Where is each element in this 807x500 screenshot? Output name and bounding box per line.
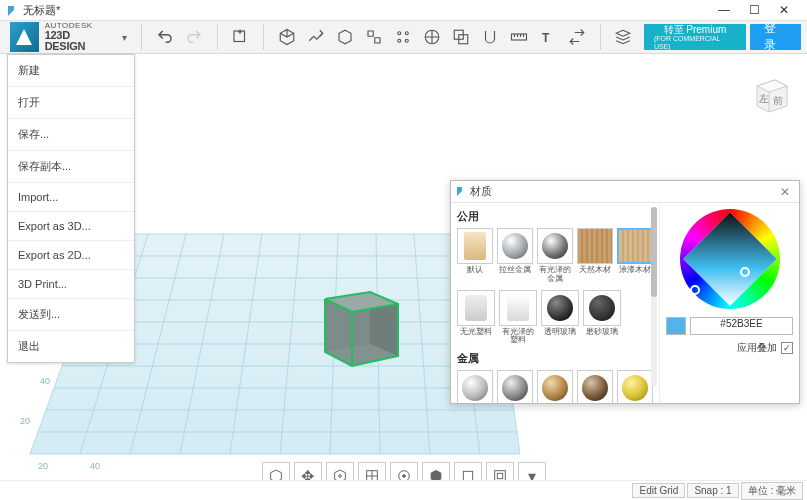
hue-marker-icon[interactable] — [690, 285, 700, 295]
category-metal: 金属 — [457, 351, 653, 366]
svg-point-7 — [405, 39, 408, 42]
color-hex-input[interactable]: #52B3EE — [690, 317, 793, 335]
menu-exit[interactable]: 退出 — [8, 331, 134, 362]
material-list[interactable]: 公用 默认 拉丝金属 有光泽的金属 天然木材 涂漆木材 — [451, 203, 659, 403]
combine-button[interactable] — [448, 24, 474, 50]
premium-label-1: 转至 Premium — [664, 24, 727, 35]
material-glossy-plastic[interactable] — [499, 290, 537, 326]
material-metal-3[interactable] — [537, 370, 573, 403]
primitive-cube-button[interactable] — [274, 24, 300, 50]
svg-rect-1 — [234, 31, 245, 42]
svg-point-57 — [338, 475, 341, 478]
text-button[interactable]: T — [535, 24, 561, 50]
material-metal-4[interactable] — [577, 370, 613, 403]
modify-button[interactable] — [361, 24, 387, 50]
color-preview — [666, 317, 686, 335]
material-panel-title: 材质 — [470, 184, 492, 199]
apply-overlay-checkbox[interactable]: ✓ — [781, 342, 793, 354]
material-glossy-metal[interactable] — [537, 228, 573, 264]
material-metal-2[interactable] — [497, 370, 533, 403]
undo-button[interactable] — [152, 24, 178, 50]
svg-marker-0 — [16, 29, 32, 45]
material-panel-close-icon[interactable]: ✕ — [777, 185, 793, 199]
chevron-down-icon: ▾ — [122, 32, 127, 43]
material-default[interactable] — [457, 228, 493, 264]
svg-text:T: T — [542, 31, 550, 45]
premium-label-2: (FOR COMMERCIAL USE) — [654, 35, 736, 50]
menu-import[interactable]: Import... — [8, 183, 134, 212]
edit-grid-button[interactable]: Edit Grid — [632, 483, 685, 498]
login-button[interactable]: 登录 — [750, 24, 801, 50]
svg-text:前: 前 — [773, 95, 783, 106]
construct-button[interactable] — [332, 24, 358, 50]
window-title: 无标题* — [23, 3, 60, 18]
material-frosted-glass[interactable] — [583, 290, 621, 326]
menu-export-2d[interactable]: Export as 2D... — [8, 241, 134, 270]
close-button[interactable]: ✕ — [769, 0, 799, 20]
menu-new[interactable]: 新建 — [8, 55, 134, 87]
brand-menu[interactable]: AUTODESK 123D DESIGN ▾ — [6, 22, 131, 52]
brand-line2: 123D DESIGN — [45, 30, 110, 52]
material-clear-glass[interactable] — [541, 290, 579, 326]
menu-export-3d[interactable]: Export as 3D... — [8, 212, 134, 241]
sv-marker-icon[interactable] — [740, 267, 750, 277]
material-matte-plastic[interactable] — [457, 290, 495, 326]
materials-button[interactable] — [611, 24, 636, 50]
color-wheel[interactable] — [680, 209, 780, 309]
app-icon — [8, 6, 18, 16]
svg-point-5 — [405, 32, 408, 35]
svg-text:左: 左 — [759, 93, 769, 104]
menu-save[interactable]: 保存... — [8, 119, 134, 151]
material-panel: 材质 ✕ 公用 默认 拉丝金属 有光泽的金属 天然木材 涂漆木材 — [450, 180, 800, 404]
primitives-button[interactable] — [228, 24, 253, 50]
grouping-button[interactable] — [419, 24, 445, 50]
convert-button[interactable] — [564, 24, 590, 50]
svg-point-6 — [398, 39, 401, 42]
material-metal-1[interactable] — [457, 370, 493, 403]
sketch-button[interactable] — [303, 24, 329, 50]
viewcube[interactable]: 左 前 — [747, 70, 795, 118]
apply-overlay-label: 应用叠加 — [737, 341, 777, 355]
material-natural-wood[interactable] — [577, 228, 613, 264]
category-common: 公用 — [457, 209, 653, 224]
svg-point-4 — [398, 32, 401, 35]
measure-button[interactable] — [506, 24, 532, 50]
svg-text:20: 20 — [20, 416, 30, 426]
status-bar: Edit Grid Snap : 1 单位 : 毫米 — [0, 480, 807, 500]
brand-logo-icon — [10, 22, 39, 52]
premium-button[interactable]: 转至 Premium (FOR COMMERCIAL USE) — [644, 24, 746, 50]
svg-rect-11 — [511, 34, 526, 40]
top-toolbar: AUTODESK 123D DESIGN ▾ T 转至 Premium (FOR… — [0, 20, 807, 54]
material-metal-5[interactable] — [617, 370, 653, 403]
menu-send-to[interactable]: 发送到... — [8, 299, 134, 331]
panel-icon — [457, 187, 466, 196]
svg-point-62 — [402, 475, 405, 478]
snap-button[interactable] — [477, 24, 503, 50]
selected-cube[interactable] — [310, 274, 410, 374]
maximize-button[interactable]: ☐ — [739, 0, 769, 20]
snap-field[interactable]: Snap : 1 — [687, 483, 738, 498]
menu-3d-print[interactable]: 3D Print... — [8, 270, 134, 299]
svg-text:40: 40 — [40, 376, 50, 386]
minimize-button[interactable]: — — [709, 0, 739, 20]
units-field[interactable]: 单位 : 毫米 — [741, 482, 803, 500]
menu-open[interactable]: 打开 — [8, 87, 134, 119]
file-menu: 新建 打开 保存... 保存副本... Import... Export as … — [7, 54, 135, 363]
redo-button[interactable] — [181, 24, 207, 50]
material-scrollbar[interactable] — [651, 207, 657, 387]
menu-save-copy[interactable]: 保存副本... — [8, 151, 134, 183]
material-painted-wood[interactable] — [617, 228, 653, 264]
svg-rect-65 — [497, 473, 502, 478]
pattern-button[interactable] — [390, 24, 416, 50]
material-brushed-metal[interactable] — [497, 228, 533, 264]
